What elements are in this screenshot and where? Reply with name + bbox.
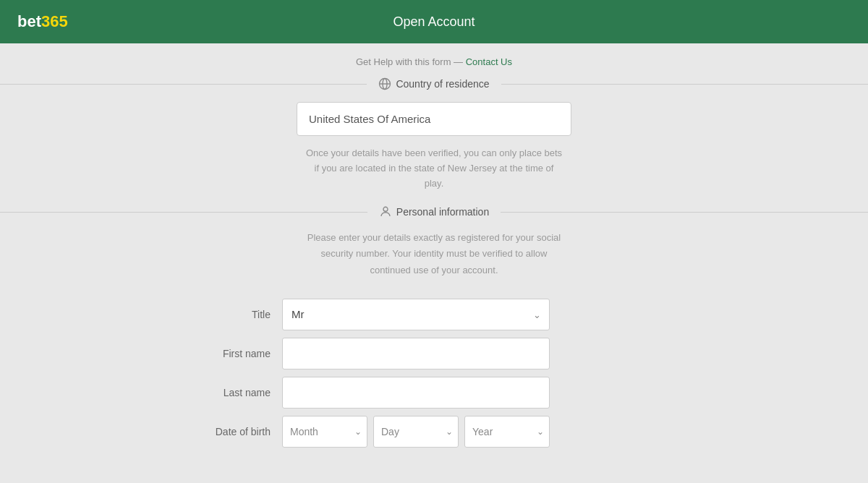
divider-left: [0, 84, 367, 85]
first-name-input[interactable]: [282, 338, 550, 369]
personal-section-header: Personal information: [0, 205, 868, 230]
last-name-label: Last name: [181, 387, 282, 398]
logo-bet: bet: [17, 12, 41, 30]
personal-label-text: Personal information: [396, 206, 489, 218]
dob-row: Date of birth Month JanuaryFebruaryMarch…: [181, 416, 687, 448]
country-section-header: Country of residence: [0, 77, 868, 102]
first-name-label: First name: [181, 348, 282, 359]
country-label-text: Country of residence: [396, 78, 489, 90]
globe-icon: [378, 77, 391, 90]
help-bar: Get Help with this form — Contact Us: [0, 43, 868, 77]
svg-point-3: [383, 208, 388, 212]
logo: bet365: [17, 12, 68, 31]
form-rows: Title Mr Mrs Ms Miss Dr ⌄ First name Las…: [181, 299, 687, 455]
first-name-row: First name: [181, 338, 687, 369]
divider-right: [501, 84, 868, 85]
dob-label: Date of birth: [181, 426, 282, 437]
personal-divider-left: [0, 212, 367, 213]
last-name-row: Last name: [181, 377, 687, 409]
country-note: Once your details have been verified, yo…: [304, 146, 564, 191]
personal-section-label: Personal information: [367, 205, 501, 218]
dob-day-select[interactable]: Day for(let i=1;i<=31;i++) document.writ…: [373, 416, 459, 448]
country-section-label: Country of residence: [367, 77, 501, 90]
dob-year-select[interactable]: Year 20262025202420232022202120202019201…: [464, 416, 550, 448]
last-name-input[interactable]: [282, 377, 550, 409]
country-field[interactable]: United States Of America: [297, 102, 571, 136]
dob-month-wrapper: Month JanuaryFebruaryMarch AprilMayJune …: [282, 416, 367, 448]
title-select-wrapper: Mr Mrs Ms Miss Dr ⌄: [282, 299, 550, 330]
dob-month-select[interactable]: Month JanuaryFebruaryMarch AprilMayJune …: [282, 416, 367, 448]
title-row: Title Mr Mrs Ms Miss Dr ⌄: [181, 299, 687, 330]
country-value: United States Of America: [309, 113, 430, 125]
page-body: Get Help with this form — Contact Us Cou…: [0, 43, 868, 455]
help-text: Get Help with this form —: [356, 56, 463, 67]
personal-info-note: Please enter your details exactly as reg…: [304, 230, 564, 278]
title-select[interactable]: Mr Mrs Ms Miss Dr: [282, 299, 550, 330]
dob-year-wrapper: Year 20262025202420232022202120202019201…: [464, 416, 550, 448]
dob-group: Month JanuaryFebruaryMarch AprilMayJune …: [282, 416, 550, 448]
person-icon: [379, 205, 392, 218]
logo-365: 365: [41, 12, 68, 30]
contact-us-link[interactable]: Contact Us: [466, 56, 512, 67]
page-title: Open Account: [393, 14, 475, 30]
dob-day-wrapper: Day for(let i=1;i<=31;i++) document.writ…: [373, 416, 459, 448]
header: bet365 Open Account: [0, 0, 868, 43]
title-label: Title: [181, 309, 282, 320]
personal-divider-right: [501, 212, 868, 213]
